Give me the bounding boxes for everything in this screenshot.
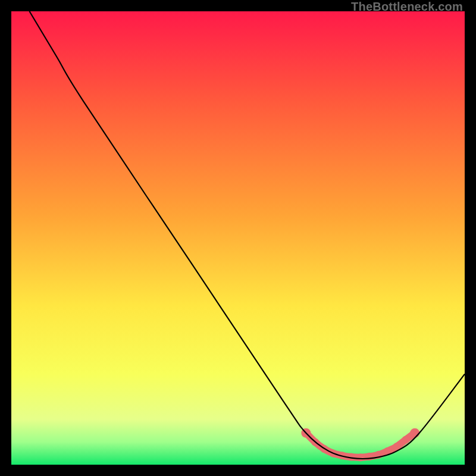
gradient-background bbox=[11, 11, 465, 465]
chart-canvas bbox=[11, 11, 465, 465]
marker-dot bbox=[410, 428, 419, 438]
watermark-text: TheBottleneck.com bbox=[351, 0, 463, 14]
marker-dot bbox=[356, 453, 364, 461]
chart-frame bbox=[11, 11, 465, 465]
marker-dot bbox=[402, 436, 409, 444]
